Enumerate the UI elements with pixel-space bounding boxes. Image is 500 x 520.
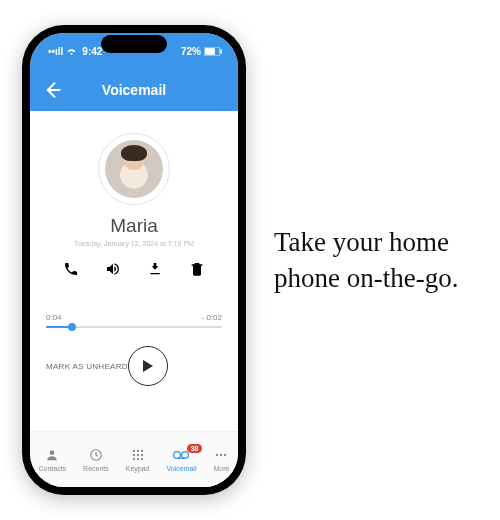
marketing-tagline: Take your home phone on-the-go. <box>274 224 474 297</box>
svg-point-15 <box>182 451 189 458</box>
svg-point-17 <box>216 453 218 455</box>
tab-recents[interactable]: Recents <box>83 448 109 472</box>
svg-point-11 <box>132 457 134 459</box>
recents-icon <box>88 448 104 462</box>
keypad-icon <box>130 448 146 462</box>
tab-label: More <box>213 465 229 472</box>
tab-label: Voicemail <box>167 465 197 472</box>
tab-label: Recents <box>83 465 109 472</box>
svg-point-10 <box>141 453 143 455</box>
svg-point-9 <box>136 453 138 455</box>
voicemail-badge: 38 <box>187 444 203 453</box>
svg-rect-2 <box>221 49 223 54</box>
svg-point-7 <box>141 449 143 451</box>
battery-icon <box>204 47 222 56</box>
svg-point-14 <box>174 451 181 458</box>
download-icon[interactable] <box>147 261 163 277</box>
svg-point-5 <box>132 449 134 451</box>
voicemail-timestamp: Tuesday, January 12, 2024 at 7:19 PM <box>74 240 194 247</box>
remaining-time: - 0:02 <box>202 313 222 322</box>
svg-point-3 <box>50 450 55 455</box>
svg-point-19 <box>224 453 226 455</box>
progress-track[interactable] <box>46 326 222 328</box>
page-title: Voicemail <box>42 82 226 98</box>
tab-keypad[interactable]: Keypad <box>126 448 150 472</box>
mark-unheard-button[interactable]: MARK AS UNHEARD <box>46 362 128 371</box>
svg-rect-1 <box>205 48 215 55</box>
action-row <box>63 261 205 277</box>
tab-label: Keypad <box>126 465 150 472</box>
voicemail-detail: Maria Tuesday, January 12, 2024 at 7:19 … <box>30 111 238 431</box>
audio-player: 0:04 - 0:02 MARK AS UNHEARD <box>46 313 222 386</box>
svg-point-13 <box>141 457 143 459</box>
svg-point-8 <box>132 453 134 455</box>
trash-icon[interactable] <box>189 261 205 277</box>
progress-thumb[interactable] <box>68 323 76 331</box>
speaker-icon[interactable] <box>105 261 121 277</box>
wifi-icon <box>66 47 77 55</box>
contact-name: Maria <box>110 215 158 237</box>
tab-label: Contacts <box>38 465 66 472</box>
phone-frame: ••ıll 9:42 72% Voicemail Maria Tuesday, … <box>22 25 246 495</box>
svg-point-12 <box>136 457 138 459</box>
battery-pct: 72% <box>181 46 201 57</box>
contact-avatar <box>105 140 163 198</box>
device-notch <box>101 35 167 53</box>
signal-icon: ••ıll <box>48 46 63 57</box>
play-icon <box>142 359 154 373</box>
phone-screen: ••ıll 9:42 72% Voicemail Maria Tuesday, … <box>30 33 238 487</box>
svg-point-6 <box>136 449 138 451</box>
status-time: 9:42 <box>82 46 102 57</box>
elapsed-time: 0:04 <box>46 313 62 322</box>
more-icon <box>213 448 229 462</box>
play-button[interactable] <box>128 346 168 386</box>
app-header: Voicemail <box>30 69 238 111</box>
tab-contacts[interactable]: Contacts <box>38 448 66 472</box>
tab-bar: Contacts Recents Keypad 38 Voicemail Mor… <box>30 431 238 487</box>
call-icon[interactable] <box>63 261 79 277</box>
tab-voicemail[interactable]: 38 Voicemail <box>167 448 197 472</box>
avatar-container[interactable] <box>98 133 170 205</box>
contacts-icon <box>44 448 60 462</box>
svg-point-18 <box>220 453 222 455</box>
tab-more[interactable]: More <box>213 448 229 472</box>
